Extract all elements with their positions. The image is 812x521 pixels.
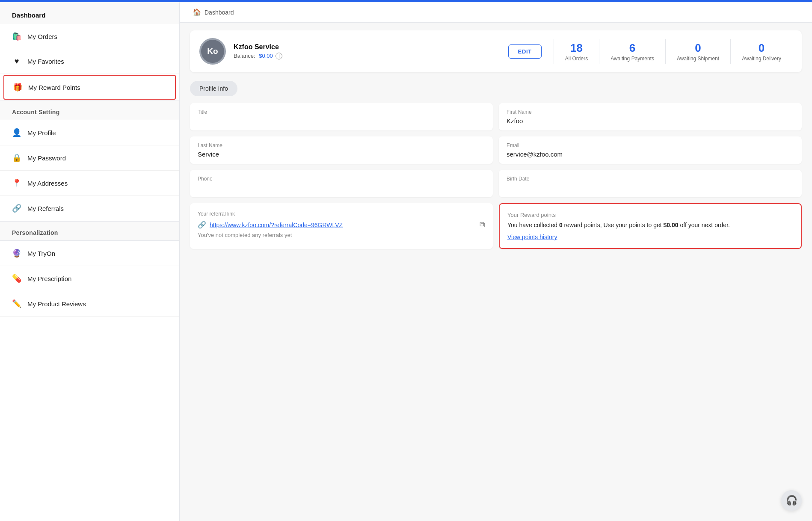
referral-link-row: 🔗 https://www.kzfoo.com/?referralCode=96…	[198, 220, 485, 229]
view-points-history-link[interactable]: View points history	[507, 234, 793, 240]
sidebar-item-my-addresses-label: My Addresses	[27, 180, 68, 187]
sidebar-section-personalization: Personalization	[0, 221, 179, 241]
field-title-label: Title	[198, 109, 485, 115]
referral-link[interactable]: https://www.kzfoo.com/?referralCode=96GR…	[210, 222, 343, 228]
reward-text-prefix: You have collected	[507, 222, 559, 228]
home-icon[interactable]: 🏠	[193, 8, 201, 16]
sidebar-item-my-product-reviews[interactable]: ✏️ My Product Reviews	[0, 291, 179, 317]
tryon-icon: 🔮	[12, 249, 21, 258]
stat-awaiting-shipment: 0 Awaiting Shipment	[665, 39, 730, 64]
favorites-icon: ♥	[12, 57, 21, 66]
sidebar-item-my-profile[interactable]: 👤 My Profile	[0, 120, 179, 145]
sidebar-item-my-profile-label: My Profile	[27, 129, 56, 136]
field-first-name: First Name Kzfoo	[499, 103, 802, 130]
profile-icon: 👤	[12, 128, 21, 137]
prescription-icon: 💊	[12, 274, 21, 283]
balance-label: Balance:	[234, 53, 255, 59]
stat-awaiting-payments: 6 Awaiting Payments	[599, 39, 665, 64]
stat-all-orders: 18 All Orders	[554, 39, 599, 64]
sidebar-item-my-reward-points[interactable]: 🎁 My Reward Points	[3, 75, 176, 100]
balance-info-icon[interactable]: i	[276, 53, 282, 59]
sidebar-item-my-referrals[interactable]: 🔗 My Referrals	[0, 196, 179, 221]
reward-icon: 🎁	[13, 83, 22, 92]
reward-amount: $0.00	[664, 222, 679, 228]
field-phone-value	[198, 184, 485, 191]
referrals-icon: 🔗	[12, 204, 21, 213]
reward-text: You have collected 0 reward points, Use …	[507, 221, 793, 230]
avatar: Ko	[199, 38, 226, 65]
sidebar-item-my-referrals-label: My Referrals	[27, 205, 64, 212]
sidebar: Dashboard 🛍️ My Orders ♥ My Favorites 🎁 …	[0, 2, 180, 521]
copy-icon[interactable]: ⧉	[480, 220, 485, 229]
profile-balance-row: Balance: $0.00 i	[234, 53, 501, 60]
stat-all-orders-label: All Orders	[565, 56, 588, 62]
sidebar-item-my-addresses[interactable]: 📍 My Addresses	[0, 171, 179, 196]
sidebar-item-my-favorites-label: My Favorites	[27, 58, 64, 65]
stat-awaiting-shipment-label: Awaiting Shipment	[677, 56, 719, 62]
reward-points: 0	[559, 222, 563, 228]
profile-header-card: Ko Kzfoo Service Balance: $0.00 i EDIT 1…	[190, 30, 802, 72]
address-icon: 📍	[12, 178, 21, 188]
field-first-name-label: First Name	[507, 109, 794, 115]
sidebar-item-my-orders-label: My Orders	[27, 33, 57, 40]
reward-text-end: off your next order.	[679, 222, 730, 228]
stat-awaiting-delivery-label: Awaiting Delivery	[742, 56, 781, 62]
sidebar-item-my-password-label: My Password	[27, 154, 66, 162]
field-last-name-label: Last Name	[198, 142, 485, 148]
referral-label: Your referral link	[198, 211, 485, 217]
sidebar-item-my-favorites[interactable]: ♥ My Favorites	[0, 49, 179, 74]
stat-awaiting-payments-number: 6	[610, 41, 654, 55]
profile-name: Kzfoo Service	[234, 43, 501, 51]
stat-awaiting-payments-label: Awaiting Payments	[610, 56, 654, 62]
sidebar-item-my-tryon[interactable]: 🔮 My TryOn	[0, 241, 179, 266]
orders-icon: 🛍️	[12, 32, 21, 41]
main-content: 🏠 Dashboard Ko Kzfoo Service Balance: $0…	[180, 2, 812, 521]
referral-note: You've not completed any referrals yet	[198, 232, 485, 238]
reward-card: Your Reward points You have collected 0 …	[499, 203, 802, 249]
profile-tabs: Profile Info	[190, 81, 802, 96]
field-last-name: Last Name Service	[190, 136, 493, 164]
field-title: Title	[190, 103, 493, 130]
sidebar-item-my-reward-points-label: My Reward Points	[28, 84, 80, 91]
field-last-name-value: Service	[198, 151, 485, 158]
stats-row: 18 All Orders 6 Awaiting Payments 0 Awai…	[554, 39, 792, 64]
reward-text-suffix: reward points, Use your points to get	[563, 222, 664, 228]
sidebar-item-my-prescription-label: My Prescription	[27, 275, 71, 282]
field-birth-date-value	[507, 184, 794, 191]
avatar-initials: Ko	[201, 40, 224, 63]
profile-info: Kzfoo Service Balance: $0.00 i	[234, 43, 501, 60]
headset-icon: 🎧	[786, 495, 797, 506]
sidebar-item-my-product-reviews-label: My Product Reviews	[27, 300, 86, 308]
stat-all-orders-number: 18	[565, 41, 588, 55]
bottom-row: Your referral link 🔗 https://www.kzfoo.c…	[190, 203, 802, 249]
field-phone: Phone	[190, 170, 493, 197]
balance-amount: $0.00	[259, 53, 273, 59]
sidebar-section-account-setting: Account Setting	[0, 101, 179, 120]
breadcrumb: 🏠 Dashboard	[180, 2, 812, 23]
form-grid: Title First Name Kzfoo Last Name Service…	[190, 103, 802, 197]
reward-title: Your Reward points	[507, 212, 793, 218]
field-email-label: Email	[507, 142, 794, 148]
referral-card: Your referral link 🔗 https://www.kzfoo.c…	[190, 203, 493, 249]
sidebar-item-my-orders[interactable]: 🛍️ My Orders	[0, 24, 179, 49]
sidebar-item-my-tryon-label: My TryOn	[27, 250, 55, 257]
field-email: Email service@kzfoo.com	[499, 136, 802, 164]
breadcrumb-label: Dashboard	[204, 9, 234, 16]
field-email-value: service@kzfoo.com	[507, 151, 794, 158]
edit-button[interactable]: EDIT	[508, 44, 542, 59]
link-icon: 🔗	[198, 221, 206, 229]
sidebar-item-my-prescription[interactable]: 💊 My Prescription	[0, 266, 179, 291]
field-birth-date: Birth Date	[499, 170, 802, 197]
sidebar-section-dashboard: Dashboard	[0, 2, 179, 24]
sidebar-item-my-password[interactable]: 🔒 My Password	[0, 145, 179, 171]
field-phone-label: Phone	[198, 176, 485, 182]
password-icon: 🔒	[12, 153, 21, 163]
stat-awaiting-delivery: 0 Awaiting Delivery	[730, 39, 792, 64]
stat-awaiting-delivery-number: 0	[742, 41, 781, 55]
support-button[interactable]: 🎧	[781, 490, 802, 511]
field-birth-date-label: Birth Date	[507, 176, 794, 182]
field-first-name-value: Kzfoo	[507, 117, 794, 124]
stat-awaiting-shipment-number: 0	[677, 41, 719, 55]
profile-info-tab[interactable]: Profile Info	[190, 81, 237, 96]
reviews-icon: ✏️	[12, 299, 21, 308]
